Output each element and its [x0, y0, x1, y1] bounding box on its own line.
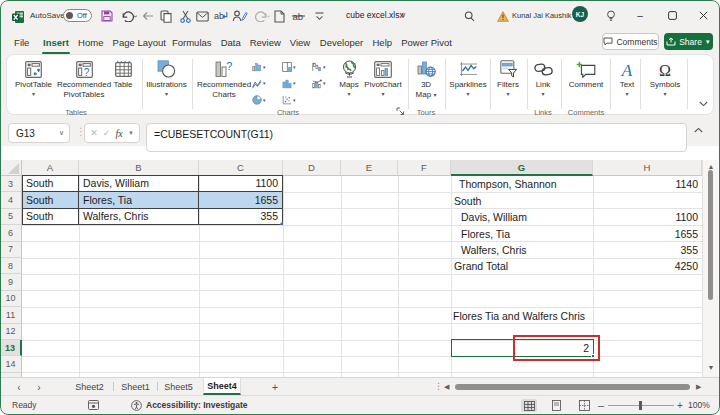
view-page-break-button[interactable]	[576, 399, 592, 412]
ribbon-tab-help[interactable]: Help	[374, 33, 391, 51]
sheet-nav-right-icon[interactable]: ›	[32, 380, 46, 394]
back-icon[interactable]	[141, 9, 154, 23]
vscroll-down-icon[interactable]: ▼	[703, 364, 719, 371]
cell-G7[interactable]: Walfers, Chris	[451, 242, 593, 258]
cell-G3[interactable]: Thompson, Shannon	[451, 176, 593, 192]
formula-bar-collapse-icon[interactable]	[694, 127, 703, 133]
cell-C4[interactable]: 1655	[199, 192, 283, 208]
vscroll-thumb[interactable]	[708, 170, 713, 300]
macro-record-icon[interactable]	[88, 396, 99, 414]
title-chevron-down-icon[interactable]: ∨	[401, 11, 406, 19]
ribbon-tab-power-pivot[interactable]: Power Pivot	[404, 33, 449, 51]
hscroll-right-icon[interactable]: ▶	[696, 383, 701, 391]
column-header-A[interactable]: A	[22, 160, 79, 176]
row-header-3[interactable]: 3	[0, 176, 22, 192]
cell-H6[interactable]: 1655	[593, 225, 702, 241]
cell-A4[interactable]: South	[22, 192, 79, 208]
symbols-button[interactable]: ΩSymbols▾	[631, 58, 699, 97]
name-box-chevron-icon[interactable]: ∨	[59, 129, 64, 137]
column-header-G[interactable]: G	[451, 160, 593, 176]
excel-logo-icon[interactable]	[12, 11, 24, 23]
accessibility-status[interactable]: Accessibility: Investigate	[146, 396, 248, 414]
cell-B3[interactable]: Davis, William	[79, 176, 199, 192]
column-header-F[interactable]: F	[398, 160, 451, 176]
row-header-7[interactable]: 7	[0, 242, 22, 258]
rec-charts-button[interactable]: ?RecommendedCharts	[190, 58, 258, 99]
ribbon-tab-review[interactable]: Review	[252, 33, 279, 51]
maximize-button[interactable]	[665, 8, 679, 22]
warning-icon[interactable]	[496, 9, 509, 23]
user-name[interactable]: Kunal Jai Kaushik	[512, 11, 572, 20]
spreadsheet-grid[interactable]: ABCDEFGH3456789101112131415SouthDavis, W…	[0, 160, 720, 377]
histogram-chart-button[interactable]: ▾	[282, 79, 296, 89]
cut-icon[interactable]	[179, 9, 191, 23]
cell-A5[interactable]: South	[22, 209, 79, 225]
line-chart-button[interactable]: ▾	[252, 79, 266, 89]
formula-input[interactable]: =CUBESETCOUNT(G11)	[146, 123, 687, 152]
cell-H5[interactable]: 1100	[593, 209, 702, 225]
view-page-layout-button[interactable]	[548, 399, 564, 412]
row-header-10[interactable]: 10	[0, 291, 22, 307]
close-button[interactable]	[696, 8, 710, 22]
row-header-8[interactable]: 8	[0, 258, 22, 274]
search-icon[interactable]	[462, 9, 476, 23]
copy-icon[interactable]	[159, 9, 172, 23]
share-button[interactable]: Share ▼	[664, 33, 713, 50]
ink-author-icon[interactable]	[231, 9, 249, 23]
ribbon-tab-page-layout[interactable]: Page Layout	[118, 33, 162, 51]
row-header-13[interactable]: 13	[0, 340, 22, 356]
cell-G11[interactable]: Flores Tia and Walfers Chris	[451, 307, 593, 323]
document-title[interactable]: cube excel.xlsx	[346, 10, 404, 20]
undo-icon[interactable]	[119, 9, 138, 23]
zoom-in-button[interactable]: +	[677, 396, 683, 414]
scrollbar-grip[interactable]: ⋮	[434, 381, 443, 391]
cell-G8[interactable]: Grand Total	[451, 258, 593, 274]
qat-overflow-icon[interactable]	[313, 9, 325, 23]
cell-H7[interactable]: 355	[593, 242, 702, 258]
minimize-button[interactable]: –	[633, 8, 647, 22]
treemap-chart-button[interactable]: ▾	[282, 62, 296, 72]
accessibility-icon[interactable]	[131, 396, 142, 414]
column-header-B[interactable]: B	[79, 160, 199, 176]
ribbon-tab-developer[interactable]: Developer	[322, 33, 361, 51]
new-doc-icon[interactable]	[273, 9, 285, 23]
sheet-nav-left-icon[interactable]: ‹	[12, 380, 26, 394]
name-box[interactable]: G13 ∨	[8, 123, 70, 143]
column-header-D[interactable]: D	[283, 160, 341, 176]
column-header-C[interactable]: C	[199, 160, 283, 176]
autosave-toggle[interactable]: Off	[63, 9, 92, 22]
row-header-4[interactable]: 4	[0, 192, 22, 208]
scatter-chart-button[interactable]: ▾	[282, 95, 296, 105]
cancel-icon[interactable]: ✕	[90, 128, 98, 138]
zoom-out-button[interactable]: –	[598, 396, 604, 414]
replace-icon[interactable]: ab	[213, 9, 228, 23]
waterfall-chart-button[interactable]: ▾	[312, 62, 326, 72]
cell-H3[interactable]: 1140	[593, 176, 702, 192]
ribbon-tab-view[interactable]: View	[291, 33, 309, 51]
vscroll-up-icon[interactable]: ▲	[703, 163, 719, 170]
cell-H8[interactable]: 4250	[593, 258, 702, 274]
cell-G4[interactable]: South	[451, 192, 593, 208]
cell-B5[interactable]: Walfers, Chris	[79, 209, 199, 225]
cell-C3[interactable]: 1100	[199, 176, 283, 192]
row-header-6[interactable]: 6	[0, 225, 22, 241]
cell-B4[interactable]: Flores, Tia	[79, 192, 199, 208]
row-header-14[interactable]: 14	[0, 356, 22, 372]
combo-chart-button[interactable]: ▾	[312, 79, 326, 89]
mail-icon[interactable]	[195, 9, 209, 23]
new-sheet-button[interactable]: +	[268, 380, 282, 394]
cell-G5[interactable]: Davis, William	[451, 209, 593, 225]
row-header-12[interactable]: 12	[0, 324, 22, 340]
row-header-11[interactable]: 11	[0, 307, 22, 323]
cell-A3[interactable]: South	[22, 176, 79, 192]
comments-button[interactable]: Comments	[602, 33, 659, 50]
save-icon[interactable]	[100, 9, 113, 23]
zoom-level[interactable]: 100%	[688, 396, 710, 414]
enter-icon[interactable]: ✓	[103, 128, 111, 138]
lightbulb-icon[interactable]	[604, 9, 618, 23]
redo-icon[interactable]	[252, 9, 271, 23]
row-header-9[interactable]: 9	[0, 274, 22, 290]
ribbon-tab-formulas[interactable]: Formulas	[175, 33, 210, 51]
fx-chevron-icon[interactable]: ▼	[128, 130, 134, 136]
ribbon-tab-data[interactable]: Data	[222, 33, 240, 51]
